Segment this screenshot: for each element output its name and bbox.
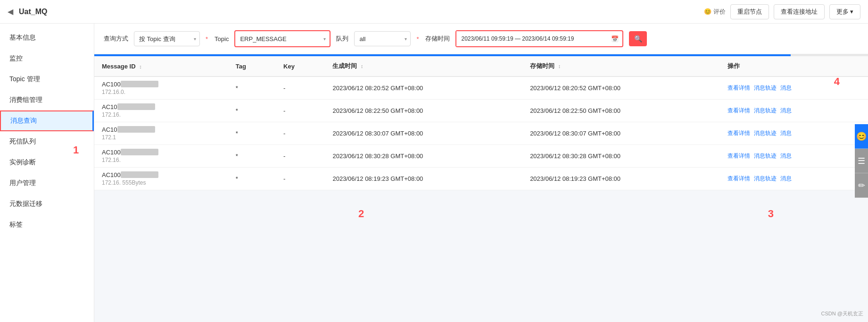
header-left: ◀ Uat_MQ (8, 7, 47, 16)
main-content: 查询方式 按 Topic 查询 ▾ * Topic ERP_MESSAGE ▾ … (94, 24, 868, 322)
watermark: CSDN @天机玄正 (821, 310, 863, 317)
message-trace-link[interactable]: 消息轨迹 (754, 84, 777, 92)
header: ◀ Uat_MQ 😊 评价 重启节点 查看连接地址 更多 ▾ (0, 0, 868, 24)
cell-store-time: 2023/06/12 08:20:52 GMT+08:00 (522, 76, 720, 100)
cell-store-time: 2023/06/12 08:22:50 GMT+08:00 (522, 100, 720, 122)
message-trace-link[interactable]: 消息轨迹 (754, 129, 777, 137)
sidebar-item-basic-info[interactable]: 基本信息 (0, 27, 94, 48)
queue-select[interactable]: all (354, 31, 411, 46)
sidebar-item-label: 实例诊断 (9, 158, 36, 167)
sidebar-item-dead-letter[interactable]: 死信队列 (0, 131, 94, 152)
sort-icon: ↕ (139, 64, 142, 69)
message-link[interactable]: 消息 (780, 84, 792, 92)
edit-icon-button[interactable]: ✏ (855, 173, 868, 198)
message-table-container: Message ID ↕ Tag Key 生成时间 ↕ (94, 56, 868, 190)
main-layout: 基本信息 监控 Topic 管理 消费组管理 消息查询 死信队列 实例诊断 用户… (0, 24, 868, 322)
col-message-id[interactable]: Message ID ↕ (94, 56, 228, 76)
view-detail-link[interactable]: 查看详情 (727, 129, 750, 137)
col-create-time[interactable]: 生成时间 ↕ (325, 56, 522, 76)
cell-store-time: 2023/06/12 08:30:28 GMT+08:00 (522, 145, 720, 168)
sidebar-item-message-query[interactable]: 消息查询 (0, 110, 94, 131)
cell-message-id: AC10 172.1 (94, 122, 228, 145)
view-address-button[interactable]: 查看连接地址 (774, 4, 825, 19)
table-row: AC10 172.1 * - 2023/06/12 08:30:07 GMT+0… (94, 122, 868, 145)
sidebar-item-label: 消息查询 (10, 117, 37, 125)
topic-select[interactable]: ERP_MESSAGE (235, 31, 330, 46)
message-link[interactable]: 消息 (780, 175, 792, 183)
sidebar-item-label: 消费组管理 (9, 96, 42, 104)
restart-node-button[interactable]: 重启节点 (730, 4, 769, 19)
sort-icon: ↕ (558, 63, 561, 69)
feedback-icon-button[interactable]: 😊 (855, 124, 868, 149)
cell-message-id: AC10 172.16. (94, 100, 228, 122)
sidebar-item-label: 监控 (9, 54, 23, 63)
message-link[interactable]: 消息 (780, 107, 792, 115)
message-trace-link[interactable]: 消息轨迹 (754, 107, 777, 115)
view-detail-link[interactable]: 查看详情 (727, 152, 750, 160)
topic-label: Topic (215, 35, 229, 42)
cell-store-time: 2023/06/12 08:30:07 GMT+08:00 (522, 122, 720, 145)
cell-tag: * (228, 100, 276, 122)
query-method-label: 查询方式 (104, 34, 128, 43)
smile-icon: 😊 (704, 8, 711, 15)
evaluate-button[interactable]: 😊 评价 (704, 8, 726, 16)
cell-key: - (276, 168, 325, 190)
sidebar-item-user-manage[interactable]: 用户管理 (0, 173, 94, 194)
calendar-icon[interactable]: 📅 (607, 35, 622, 42)
table-row: AC100 172.16.0. * - 2023/06/12 08:20:52 … (94, 76, 868, 100)
col-key: Key (276, 56, 325, 76)
more-label: 更多 (836, 8, 849, 16)
sidebar-item-metadata-migrate[interactable]: 元数据迁移 (0, 194, 94, 214)
sidebar: 基本信息 监控 Topic 管理 消费组管理 消息查询 死信队列 实例诊断 用户… (0, 24, 94, 322)
sidebar-item-consumer-group[interactable]: 消费组管理 (0, 90, 94, 110)
cell-message-id: AC100 172.16. (94, 145, 228, 168)
table-row: AC10 172.16. * - 2023/06/12 08:22:50 GMT… (94, 100, 868, 122)
sidebar-item-topic-manage[interactable]: Topic 管理 (0, 69, 94, 90)
cell-key: - (276, 122, 325, 145)
more-button[interactable]: 更多 ▾ (829, 4, 860, 19)
cell-create-time: 2023/06/12 08:20:52 GMT+08:00 (325, 76, 522, 100)
cell-create-time: 2023/06/12 08:19:23 GMT+08:00 (325, 168, 522, 190)
view-detail-link[interactable]: 查看详情 (727, 84, 750, 92)
sidebar-item-label: 死信队列 (9, 137, 36, 146)
cell-create-time: 2023/06/12 08:30:28 GMT+08:00 (325, 145, 522, 168)
sidebar-item-instance-diag[interactable]: 实例诊断 (0, 152, 94, 173)
right-icon-panel: 😊 ☰ ✏ (855, 124, 868, 198)
queue-select-wrapper: all ▾ (354, 31, 411, 46)
query-method-select-wrapper: 按 Topic 查询 ▾ (134, 31, 200, 46)
back-button[interactable]: ◀ (8, 7, 13, 16)
sidebar-item-label: 基本信息 (9, 34, 36, 42)
table-row: AC100 172.16. 555Bytes * - 2023/06/12 08… (94, 168, 868, 190)
search-icon: 🔍 (634, 35, 642, 42)
col-action: 操作 (720, 56, 868, 76)
table-header-row: Message ID ↕ Tag Key 生成时间 ↕ (94, 56, 868, 76)
message-link[interactable]: 消息 (780, 152, 792, 160)
sort-icon: ↕ (361, 63, 364, 69)
cell-actions: 查看详情 消息轨迹 消息 (720, 100, 868, 122)
search-button[interactable]: 🔍 (629, 31, 647, 46)
cell-create-time: 2023/06/12 08:30:07 GMT+08:00 (325, 122, 522, 145)
cell-key: - (276, 100, 325, 122)
view-detail-link[interactable]: 查看详情 (727, 175, 750, 183)
query-method-select[interactable]: 按 Topic 查询 (134, 31, 200, 46)
sidebar-item-label: 元数据迁移 (9, 200, 42, 208)
sidebar-item-tags[interactable]: 标签 (0, 214, 94, 235)
cell-create-time: 2023/06/12 08:22:50 GMT+08:00 (325, 100, 522, 122)
page-title: Uat_MQ (19, 8, 47, 16)
time-range-input[interactable] (456, 31, 607, 46)
topic-select-wrapper: ERP_MESSAGE ▾ (234, 30, 331, 47)
query-bar: 查询方式 按 Topic 查询 ▾ * Topic ERP_MESSAGE ▾ … (94, 24, 868, 54)
cell-key: - (276, 145, 325, 168)
col-store-time[interactable]: 存储时间 ↕ (522, 56, 720, 76)
message-table: Message ID ↕ Tag Key 生成时间 ↕ (94, 56, 868, 190)
sidebar-item-monitor[interactable]: 监控 (0, 48, 94, 69)
cell-tag: * (228, 76, 276, 100)
time-required-mark: * (416, 35, 419, 42)
cell-key: - (276, 76, 325, 100)
message-trace-link[interactable]: 消息轨迹 (754, 175, 777, 183)
menu-icon-button[interactable]: ☰ (855, 149, 868, 173)
message-trace-link[interactable]: 消息轨迹 (754, 152, 777, 160)
message-link[interactable]: 消息 (780, 129, 792, 137)
view-detail-link[interactable]: 查看详情 (727, 107, 750, 115)
sidebar-item-label: 标签 (9, 220, 23, 229)
